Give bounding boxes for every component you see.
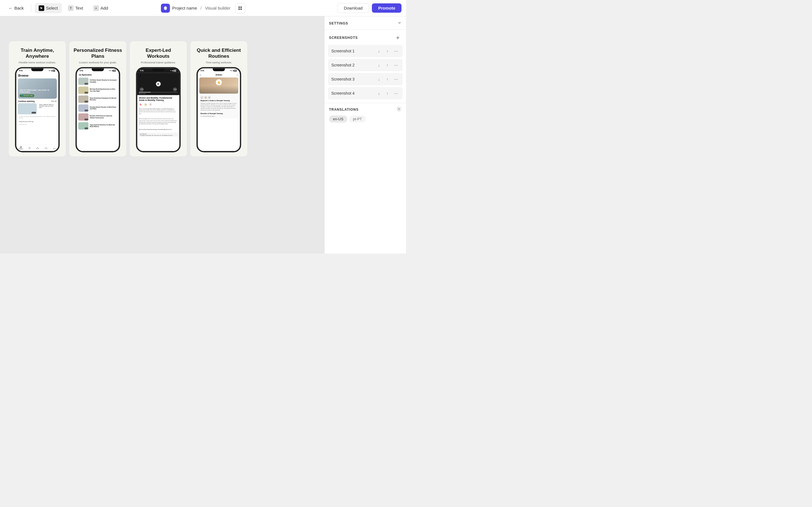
ep-title-5: Dynamic Stretching for Improved Athletic… <box>90 115 117 119</box>
card-icon-1[interactable]: 📖 <box>200 96 203 99</box>
project-name[interactable]: Project name <box>172 6 197 10</box>
screen4-img-overlay <box>199 86 238 94</box>
continue-label: Continue watching <box>18 100 35 102</box>
screenshot-3-up[interactable]: ↑ <box>384 76 391 82</box>
thumbsup-icon[interactable]: 👍 <box>144 103 147 107</box>
visual-builder-label: Visual builder <box>205 6 231 10</box>
screenshot-1-label: Screenshot 1 <box>331 49 355 53</box>
screenshot-4-more[interactable]: ⋯ <box>393 90 399 97</box>
nav-more[interactable]: ⋯More <box>53 147 56 149</box>
promote-button[interactable]: Promote <box>372 3 402 13</box>
screenshots-list: Screenshot 1 ↓ ↑ ⋯ Screenshot 2 ↓ ↑ ⋯ <box>324 45 406 103</box>
settings-header[interactable]: SETTINGS <box>324 16 406 29</box>
episode-row-2: 12:30 Morning Stretching Exercises to St… <box>77 86 119 95</box>
nav-browse[interactable]: Browse <box>18 146 23 150</box>
settings-chevron-icon <box>398 21 402 26</box>
grid-view-button[interactable] <box>235 3 245 13</box>
ep-info-6: Yoga-Inspired Stretches for Mind and Bod… <box>90 124 117 128</box>
screen4-close-btn[interactable]: ✕ <box>200 74 201 76</box>
screenshot-4-actions: ↓ ↑ ⋯ <box>375 90 399 97</box>
card-icon-3[interactable]: ↗ <box>208 96 211 99</box>
screenshot-1-more[interactable]: ⋯ <box>393 48 399 54</box>
card-3-headline: Expert-Led Workouts <box>134 47 183 59</box>
thumb-1: 30 min <box>18 103 37 114</box>
select-label: Select <box>46 6 58 10</box>
translations-settings-icon[interactable] <box>396 107 402 113</box>
phone-3: 9:41 ▪▪ ◀ ▌▌ ✕ ↺10 ▶ ↻10 <box>136 67 181 152</box>
screenshot-3-more[interactable]: ⋯ <box>393 76 399 82</box>
ep-info-1: Full Body Stretch Routine for Increased … <box>90 79 117 83</box>
screen4-card-icons: 📖 👍 ↗ <box>200 96 237 99</box>
select-icon <box>39 5 44 11</box>
translations-header: Translations <box>329 107 402 113</box>
nav-summar[interactable]: 📋Summ. <box>44 147 48 149</box>
phone-2-screen: 9:41 ▪▪▪ ◀ ▌▌ 12 Episodes 15:09 Full Bod… <box>77 68 119 151</box>
nav-summar-label: Summ. <box>44 148 48 149</box>
share-icon[interactable]: ↗ <box>149 103 152 107</box>
back-button[interactable]: ← Back <box>4 3 28 13</box>
ep-title-4: Evening Stretch Session to Wind Down and… <box>90 106 117 110</box>
forward-btn[interactable]: ↻10 <box>173 87 177 91</box>
discover-more-btn[interactable]: 🌐 Discover more <box>19 94 35 97</box>
bookmark-icon[interactable]: 🔖 <box>139 103 142 107</box>
screen3-content: Stretch and Mobility: Fundamental Guide … <box>137 95 180 132</box>
screenshot-row-3: Screenshot 3 ↓ ↑ ⋯ <box>328 73 403 86</box>
see-all-label: See all <box>51 100 56 102</box>
add-label: Add <box>101 6 108 10</box>
phone-4-signal: ▪▪▪ ◀ ▌▌ <box>230 69 237 71</box>
text-icon: T <box>68 5 73 11</box>
text-button[interactable]: T Text <box>64 3 87 13</box>
cards-row: Train Anytime, Anywhere Flexible home wo… <box>3 33 253 165</box>
play-button[interactable]: ▶ <box>156 81 161 86</box>
ep-duration-2: 12:30 <box>85 92 88 94</box>
screenshot-2-more[interactable]: ⋯ <box>393 62 399 68</box>
tab-pt-pt[interactable]: pt-PT <box>349 115 366 122</box>
screenshot-3-down[interactable]: ↓ <box>375 76 382 82</box>
episode-row-6: 22:10 Yoga-Inspired Stretches for Mind a… <box>77 121 119 130</box>
screenshot-1-up[interactable]: ↑ <box>384 48 391 54</box>
card-icon-2[interactable]: 👍 <box>204 96 207 99</box>
video-time: 00:57 / 4:30 <box>139 93 177 94</box>
video-desc-2: But this program does more than teach yo… <box>139 118 177 125</box>
settings-section: SETTINGS <box>324 16 406 30</box>
card-4: Quick and Efficient Routines Time-saving… <box>190 41 247 156</box>
screenshot-2-up[interactable]: ↑ <box>384 62 391 68</box>
nav-tren[interactable]: 📊Tren. <box>28 147 31 149</box>
video-close-btn[interactable]: ✕ <box>139 74 141 76</box>
screenshot-4-down[interactable]: ↓ <box>375 90 382 97</box>
tab-en-us[interactable]: en-US <box>329 115 347 122</box>
ep-thumb-2: 12:30 <box>79 87 89 94</box>
screenshot-2-label: Screenshot 2 <box>331 63 355 67</box>
next-episode-bar: Next Episode: Complete Stretching: 30+ E… <box>139 133 177 136</box>
card-2-headline: Personalized Fitness Plans <box>73 47 122 59</box>
phone-2-time: 9:41 <box>80 69 83 71</box>
sidebar: SETTINGS Screenshots Screenshot 1 ↓ <box>324 16 406 253</box>
screenshot-row-1: Screenshot 1 ↓ ↑ ⋯ <box>328 45 403 57</box>
next-episode-title: Complete Stretching: 30+ Exercises For F… <box>140 135 177 136</box>
screenshot-1-down[interactable]: ↓ <box>375 48 382 54</box>
screenshots-header: Screenshots <box>324 30 406 45</box>
ep-thumb-5: 18:45 <box>79 113 89 121</box>
select-button[interactable]: Select <box>35 3 62 13</box>
card-1-headline: Train Anytime, Anywhere <box>13 47 62 59</box>
screenshot-1-actions: ↓ ↑ ⋯ <box>375 48 399 54</box>
screen4-header: ✕ Articles ↗ <box>198 73 240 77</box>
screenshot-4-up[interactable]: ↑ <box>384 90 391 97</box>
nav-watch[interactable]: ▶Watch <box>36 147 39 149</box>
screen4-more: ↗ <box>236 74 238 76</box>
ep-info-4: Evening Stretch Session to Wind Down and… <box>90 106 117 110</box>
canvas-area[interactable]: Train Anytime, Anywhere Flexible home wo… <box>0 16 324 253</box>
add-button[interactable]: + Add <box>89 3 112 13</box>
screenshot-2-down[interactable]: ↓ <box>375 62 382 68</box>
translations-section: Translations en-US pt-PT <box>324 103 406 126</box>
add-icon: + <box>93 5 99 11</box>
benefits-item1: 1. Increased Muscle Mass... <box>200 115 237 117</box>
breadcrumb-separator: / <box>200 6 202 11</box>
download-button[interactable]: Download <box>337 3 369 13</box>
svg-rect-8 <box>21 147 22 148</box>
thumb-2-sub: There's a lot to d... <box>18 123 57 126</box>
rewind-btn[interactable]: ↺10 <box>140 87 144 91</box>
add-screenshot-button[interactable] <box>394 34 402 41</box>
nav-more-label: More <box>53 148 56 149</box>
back-arrow-icon: ← <box>8 6 13 10</box>
